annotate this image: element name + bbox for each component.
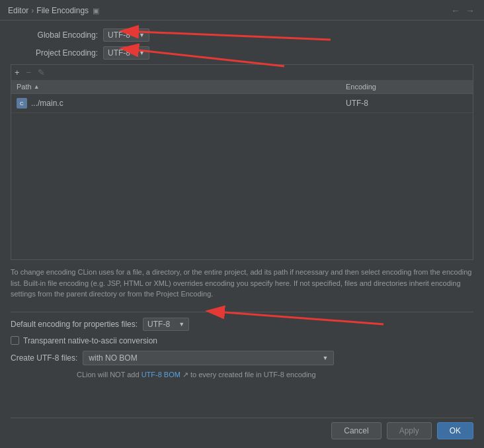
utf8-icon: ↗ bbox=[181, 371, 188, 379]
path-column-header: Path ▲ bbox=[11, 80, 341, 93]
encodings-table: Path ▲ Encoding C .../main.c UTF-8 bbox=[11, 80, 473, 260]
table-body: C .../main.c UTF-8 bbox=[11, 94, 473, 259]
default-encoding-props-row: Default encoding for properties files: U… bbox=[11, 318, 473, 331]
dropdown-arrow-icon4: ▼ bbox=[322, 355, 328, 361]
bom-info-suffix: to every created file in UTF-8 encoding bbox=[188, 371, 316, 379]
edit-button[interactable]: ✎ bbox=[36, 67, 47, 78]
editor-label: Editor bbox=[8, 6, 28, 15]
main-content: Global Encoding: UTF-8 ▼ Project Encodin… bbox=[0, 21, 484, 446]
global-encoding-row: Global Encoding: UTF-8 ▼ bbox=[11, 28, 473, 42]
pin-icon: ▣ bbox=[93, 7, 99, 15]
default-encoding-value: UTF-8 bbox=[147, 320, 170, 329]
default-encoding-label: Default encoding for properties files: bbox=[11, 320, 138, 329]
encoding-cell: UTF-8 bbox=[341, 97, 473, 110]
bom-info-prefix: CLion will NOT add bbox=[77, 371, 141, 379]
nav-arrows: ← → bbox=[450, 5, 476, 16]
global-encoding-value: UTF-8 bbox=[108, 30, 130, 40]
forward-button[interactable]: → bbox=[464, 5, 476, 16]
dropdown-arrow-icon3: ▼ bbox=[179, 321, 184, 328]
dropdown-arrow-icon: ▼ bbox=[139, 32, 145, 38]
sort-icon: ▲ bbox=[34, 83, 40, 90]
project-encoding-label: Project Encoding: bbox=[11, 48, 103, 58]
transparent-conversion-label: Transparent native-to-ascii conversion bbox=[23, 336, 157, 345]
default-encoding-dropdown[interactable]: UTF-8 ▼ bbox=[143, 318, 189, 331]
table-row[interactable]: C .../main.c UTF-8 bbox=[11, 94, 473, 113]
create-utf8-label: Create UTF-8 files: bbox=[11, 353, 77, 363]
add-button[interactable]: + bbox=[13, 67, 22, 78]
ok-button[interactable]: OK bbox=[437, 422, 473, 439]
create-utf8-row: Create UTF-8 files: with NO BOM ▼ bbox=[11, 351, 473, 365]
create-utf8-dropdown[interactable]: with NO BOM ▼ bbox=[83, 351, 334, 365]
global-encoding-label: Global Encoding: bbox=[11, 30, 103, 40]
file-icon: C bbox=[17, 98, 27, 109]
section-label: File Encodings bbox=[36, 6, 89, 15]
dropdown-arrow-icon2: ▼ bbox=[139, 50, 145, 56]
file-path: .../main.c bbox=[31, 99, 63, 108]
project-encoding-dropdown[interactable]: UTF-8 ▼ bbox=[103, 46, 149, 60]
back-button[interactable]: ← bbox=[450, 5, 462, 16]
global-encoding-dropdown[interactable]: UTF-8 ▼ bbox=[103, 28, 149, 42]
bom-link[interactable]: UTF-8 BOM bbox=[141, 371, 181, 379]
transparent-conversion-row[interactable]: Transparent native-to-ascii conversion bbox=[11, 336, 473, 345]
button-bar: Cancel Apply OK bbox=[11, 418, 473, 439]
encoding-column-header: Encoding bbox=[341, 80, 473, 93]
breadcrumb-separator: › bbox=[31, 6, 34, 15]
apply-button[interactable]: Apply bbox=[387, 422, 432, 439]
remove-button[interactable]: − bbox=[24, 67, 34, 78]
title-bar: Editor › File Encodings ▣ ← → bbox=[0, 0, 484, 21]
transparent-conversion-checkbox[interactable] bbox=[11, 336, 19, 345]
info-text: To change encoding CLion uses for a file… bbox=[11, 267, 473, 300]
cancel-button[interactable]: Cancel bbox=[331, 422, 381, 439]
path-cell: C .../main.c bbox=[11, 96, 341, 111]
properties-section: Default encoding for properties files: U… bbox=[11, 318, 473, 387]
file-encoding-toolbar: + − ✎ bbox=[11, 64, 473, 80]
separator bbox=[11, 312, 473, 312]
create-utf8-value: with NO BOM bbox=[89, 353, 137, 363]
project-encoding-value: UTF-8 bbox=[108, 48, 130, 58]
project-encoding-row: Project Encoding: UTF-8 ▼ bbox=[11, 46, 473, 60]
bom-info: CLion will NOT add UTF-8 BOM ↗ to every … bbox=[77, 369, 473, 381]
table-header: Path ▲ Encoding bbox=[11, 80, 473, 94]
